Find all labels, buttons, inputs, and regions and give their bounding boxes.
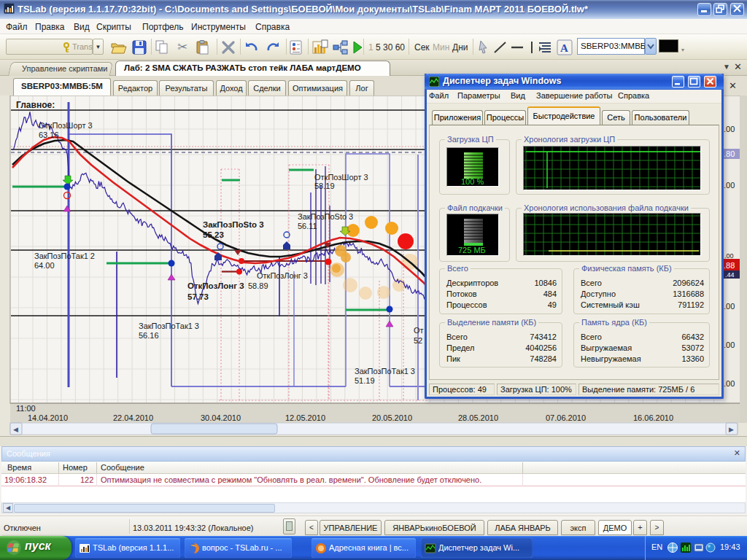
svg-text:ОткПозЛонг 3: ОткПозЛонг 3 [257,271,308,280]
svg-text:22.04.2010: 22.04.2010 [113,413,153,422]
svg-text:ЗакПозПоТак1 3: ЗакПозПоТак1 3 [139,322,199,330]
svg-text:.00: .00 [724,181,735,190]
svg-text:58.19: 58.19 [314,182,335,190]
svg-text:.00: .00 [724,252,734,260]
svg-text:ЗакПозПоSto 3: ЗакПозПоSto 3 [203,220,264,229]
svg-text:Главное:: Главное: [16,100,55,110]
svg-text:A: A [560,42,568,54]
svg-text:.80: .80 [724,149,735,158]
svg-text:ОткПозШорт 3: ОткПозШорт 3 [39,121,93,130]
svg-text:30.04.2010: 30.04.2010 [201,413,241,422]
svg-text:11:00: 11:00 [16,404,36,413]
svg-text:28.05.2010: 28.05.2010 [458,413,498,422]
svg-text:◀: ◀ [13,426,18,433]
svg-text:16.06.2010: 16.06.2010 [633,413,673,422]
svg-text:12.05.2010: 12.05.2010 [285,413,325,422]
svg-text:100 %: 100 % [461,177,484,186]
svg-text:ЗакПозПоSto 3: ЗакПозПоSto 3 [298,212,353,221]
svg-text:20.05.2010: 20.05.2010 [372,413,412,422]
svg-text:.88: .88 [724,261,735,270]
svg-text:57.73: 57.73 [187,292,209,301]
svg-text:ЗакПозПоТак1 3: ЗакПозПоТак1 3 [355,367,415,376]
svg-text:ОткПозШорт 3: ОткПозШорт 3 [314,173,368,182]
svg-text:ЗакПозПоТак1 2: ЗакПозПоТак1 2 [34,252,95,260]
svg-text:07.06.2010: 07.06.2010 [546,413,586,422]
svg-text:56.16: 56.16 [139,331,159,340]
svg-text:.00: .00 [724,302,735,311]
svg-text:56.11: 56.11 [298,222,317,230]
svg-text:52: 52 [414,336,422,345]
svg-text:.00: .00 [724,379,735,388]
svg-text:64.00: 64.00 [34,261,55,270]
svg-text:55.23: 55.23 [203,230,224,239]
svg-text:14.04.2010: 14.04.2010 [28,413,68,422]
svg-text:.00: .00 [724,341,735,349]
svg-text:58.89: 58.89 [248,281,268,290]
svg-text:.44: .44 [725,271,735,279]
svg-text:63.16: 63.16 [39,131,59,139]
svg-text:От: От [414,326,424,335]
svg-text:725 МБ: 725 МБ [458,246,486,254]
svg-text:ОткПозЛонг 3: ОткПозЛонг 3 [187,281,244,290]
svg-text:.00: .00 [724,125,735,133]
svg-text:51.19: 51.19 [355,376,375,385]
svg-text:▶: ▶ [729,426,734,433]
